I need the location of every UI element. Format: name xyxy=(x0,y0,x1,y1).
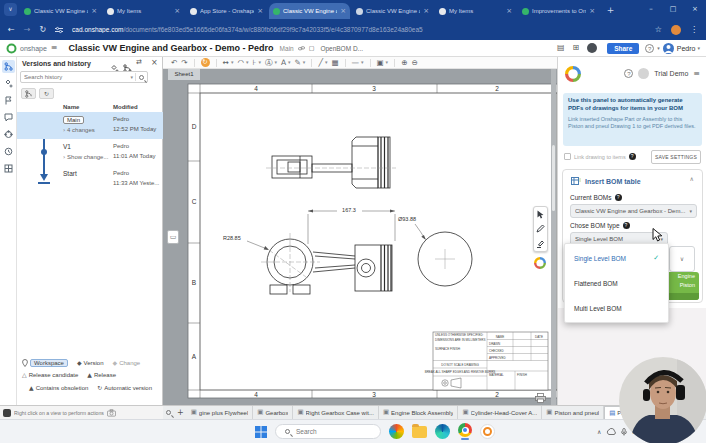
search-filter-caret-icon[interactable]: ▾ xyxy=(130,75,133,80)
version-search-input[interactable] xyxy=(21,74,130,80)
dimension-tool-button[interactable]: ↔ xyxy=(223,59,229,67)
caret-down-icon[interactable]: ▾ xyxy=(386,60,389,65)
user-avatar[interactable] xyxy=(663,43,674,54)
version-row-main[interactable]: Main › 4 changes Pedro 12:52 PM Today xyxy=(17,112,163,139)
zoom-in-button[interactable]: ⊕ xyxy=(401,59,407,67)
workspace-badge[interactable]: Main xyxy=(63,116,84,124)
tab-close-icon[interactable]: × xyxy=(340,8,346,15)
camera-icon[interactable] xyxy=(107,409,116,417)
document-tab[interactable]: ▣ Right Gearbox Case wit... xyxy=(293,406,379,420)
notes-icon[interactable]: ▤ xyxy=(557,44,565,52)
redo-button[interactable]: ↷ xyxy=(181,59,187,67)
window-maximize-button[interactable]: □ xyxy=(662,0,684,19)
dimension-radius-text[interactable]: R28.85 xyxy=(223,235,241,241)
openbom-menu-icon[interactable]: ≡ xyxy=(693,70,700,78)
bom-type-option[interactable]: Single Level BOM ✓ xyxy=(565,246,668,271)
save-settings-button[interactable]: SAVE SETTINGS xyxy=(651,150,701,164)
search-icon[interactable] xyxy=(139,75,144,80)
sheet-button[interactable]: ▣ xyxy=(377,59,384,67)
properties-icon[interactable] xyxy=(2,162,15,175)
document-tab[interactable]: ▣ gine plus Flywheel xyxy=(187,406,254,420)
balloon-tool-button[interactable]: Ⓐ xyxy=(265,59,273,67)
ordinate-tool-button[interactable]: ⊦ xyxy=(252,59,256,67)
compare-versions-button[interactable]: ⇄ xyxy=(136,59,142,66)
tray-expand-icon[interactable]: ∧ xyxy=(597,429,601,435)
dimension-length-text[interactable]: 167.3 xyxy=(342,207,356,213)
browser-tab[interactable]: Classic VW Engine and G × xyxy=(352,3,433,19)
caret-down-icon[interactable]: ▾ xyxy=(303,60,306,65)
tab-close-icon[interactable]: × xyxy=(257,8,263,15)
window-minimize-button[interactable]: – xyxy=(640,0,662,19)
caret-down-icon[interactable]: ▾ xyxy=(274,60,277,65)
tab-close-icon[interactable]: × xyxy=(174,8,180,15)
window-close-button[interactable]: × xyxy=(684,0,706,19)
open-doc-link[interactable]: OpenBOM D... xyxy=(320,45,363,52)
browser-tab[interactable]: Classic VW Engine and G × xyxy=(269,3,350,19)
document-tab[interactable]: ▣ Piston and pneul xyxy=(542,406,604,420)
hamburger-menu-icon[interactable]: ≡ xyxy=(51,44,58,52)
user-name[interactable]: Pedro xyxy=(677,45,696,52)
openbom-app-icon[interactable] xyxy=(480,424,495,439)
caret-down-icon[interactable]: ▾ xyxy=(231,60,234,65)
help-badge-icon[interactable]: ? xyxy=(615,194,622,201)
edge-icon[interactable] xyxy=(435,424,450,439)
zoom-out-button[interactable]: ⊖ xyxy=(411,59,417,67)
line-tool-button[interactable]: ╱ xyxy=(318,59,323,67)
openbom-logo-icon[interactable] xyxy=(534,257,546,269)
table-tool-button[interactable]: ▦ xyxy=(331,59,338,67)
branch-label[interactable]: Main xyxy=(280,45,294,52)
current-boms-select[interactable]: Classic VW Engine and Gearbox - Dem... ▾ xyxy=(570,204,697,218)
tab-close-icon[interactable]: × xyxy=(589,8,595,15)
document-tab[interactable]: ▣ Cylinder-Head-Cover A... xyxy=(458,406,542,420)
copilot-icon[interactable] xyxy=(389,424,404,439)
pen-tool-icon[interactable] xyxy=(536,224,545,233)
version-row-start[interactable]: Start Pedro 11:33 AM Yeste... xyxy=(17,166,163,193)
back-button[interactable]: ← xyxy=(8,26,15,34)
caret-down-icon[interactable]: ▾ xyxy=(288,60,291,65)
add-tab-button[interactable]: + xyxy=(177,409,184,417)
expander-icon[interactable]: › xyxy=(63,126,65,133)
browser-tab[interactable]: App Store - Onshape × xyxy=(186,3,267,19)
document-tab[interactable]: ▣ Engine Block Assembly xyxy=(379,406,459,420)
tab-close-icon[interactable]: × xyxy=(91,8,97,15)
browser-tab[interactable]: Classic VW Engine and G × xyxy=(20,3,101,19)
bookmark-star-icon[interactable]: ☆ xyxy=(655,26,662,34)
bom-type-option[interactable]: Multi Level BOM ✓ xyxy=(565,296,668,321)
tab-close-icon[interactable]: × xyxy=(423,8,429,15)
caret-down-icon[interactable]: ▾ xyxy=(361,60,364,65)
caret-down-icon[interactable]: ▾ xyxy=(258,60,261,65)
caret-down-icon[interactable]: ▾ xyxy=(246,60,249,65)
share-button[interactable]: Share xyxy=(607,43,639,54)
sheet-panel-button[interactable]: ▭ xyxy=(167,230,179,244)
taskbar-search[interactable]: Search xyxy=(275,424,381,439)
browser-tab[interactable]: My Items × xyxy=(103,3,184,19)
tab-close-icon[interactable]: × xyxy=(506,8,512,15)
cloud-icon[interactable] xyxy=(606,428,616,435)
help-badge-icon[interactable]: ? xyxy=(629,153,636,160)
globe-icon[interactable] xyxy=(587,43,597,53)
annotation-tool-button[interactable]: ✎ xyxy=(295,59,301,67)
browser-tab[interactable]: Improvements to Onsha × xyxy=(518,3,599,19)
chrome-taskbar-item[interactable] xyxy=(458,423,472,440)
highlighter-tool-icon[interactable] xyxy=(536,239,545,248)
print-icon[interactable] xyxy=(535,393,546,403)
text-tool-button[interactable]: A xyxy=(281,59,286,67)
expander-icon[interactable]: › xyxy=(63,153,65,160)
start-button[interactable] xyxy=(255,426,267,438)
line-style-button[interactable]: — xyxy=(352,59,360,67)
help-button[interactable]: ? xyxy=(645,44,654,53)
browser-profile-avatar[interactable] xyxy=(671,25,681,35)
scrollbar-thumb[interactable] xyxy=(552,145,555,211)
dimension-diameter-text[interactable]: Ø93.88 xyxy=(398,216,416,222)
show-changes-link[interactable]: Show change... xyxy=(67,154,108,160)
browser-menu-icon[interactable]: ⋮ xyxy=(690,26,698,34)
collapse-icon[interactable]: ∧ xyxy=(690,176,694,182)
tab-search-button[interactable]: ∨ xyxy=(4,3,17,16)
site-settings-icon[interactable] xyxy=(55,26,63,34)
versions-panel-icon[interactable] xyxy=(2,60,15,73)
release-icon[interactable] xyxy=(2,94,15,107)
new-tab-button[interactable]: + xyxy=(604,4,617,17)
arc-tool-button[interactable]: ◠ xyxy=(237,59,244,67)
file-explorer-icon[interactable] xyxy=(412,426,427,438)
link-icon[interactable] xyxy=(298,45,305,52)
